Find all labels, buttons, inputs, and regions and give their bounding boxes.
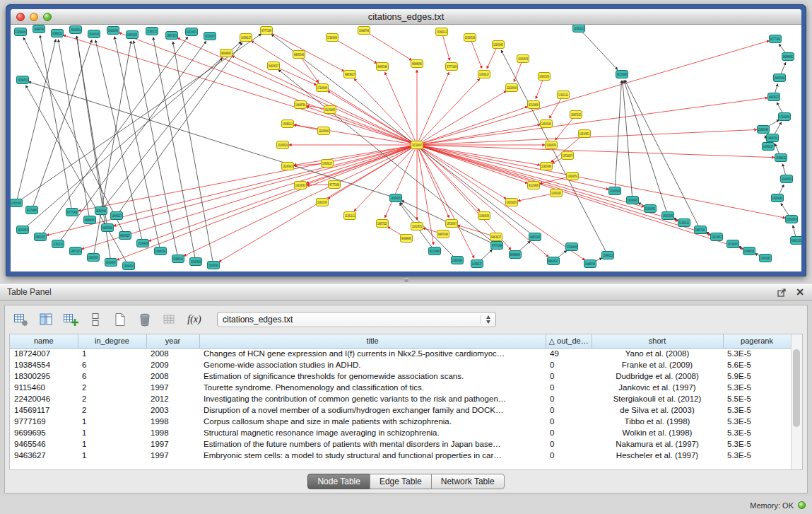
graph-node[interactable]: 18724007 bbox=[411, 141, 423, 149]
minimize-window-button[interactable] bbox=[30, 13, 38, 21]
table-row[interactable]: 2242004622012Investigating the contribut… bbox=[10, 393, 791, 404]
table-cell[interactable]: Investigating the contribution of common… bbox=[199, 393, 546, 404]
graph-node[interactable]: 9699695 bbox=[411, 60, 423, 68]
graph-node[interactable]: 14569117 bbox=[478, 71, 490, 78]
table-cell[interactable]: 0 bbox=[546, 416, 592, 427]
table-cell[interactable]: 1997 bbox=[146, 438, 199, 450]
graph-node[interactable]: 20160529 bbox=[464, 34, 476, 42]
graph-node[interactable]: 12610651 bbox=[88, 254, 100, 262]
table-row[interactable]: 1830029562008Estimation of significance … bbox=[10, 370, 791, 382]
table-row[interactable]: 1456911722003Disruption of a novel membe… bbox=[10, 404, 791, 416]
table-cell[interactable]: 5.3E-5 bbox=[723, 438, 791, 450]
close-panel-icon[interactable]: ✕ bbox=[795, 287, 805, 297]
graph-node[interactable]: 12610651 bbox=[579, 130, 591, 138]
delete-icon[interactable] bbox=[136, 310, 154, 329]
graph-node[interactable]: 9463627 bbox=[344, 71, 356, 78]
table-cell[interactable]: 0 bbox=[546, 370, 592, 382]
graph-node[interactable]: 19384554 bbox=[123, 262, 135, 270]
graph-node[interactable]: 19154563 bbox=[517, 55, 529, 63]
table-cell[interactable]: 2 bbox=[78, 393, 146, 404]
table-cell[interactable]: Tibbo et al. (1998) bbox=[592, 416, 723, 427]
table-cell[interactable]: 5.3E-5 bbox=[723, 348, 791, 359]
tab-network-table[interactable]: Network Table bbox=[431, 474, 505, 489]
table-cell[interactable]: 18300295 bbox=[10, 370, 78, 382]
graph-node[interactable]: 18193043 bbox=[282, 163, 294, 170]
table-row[interactable]: 969969511998Structural magnetic resonanc… bbox=[10, 427, 791, 438]
table-cell[interactable]: Structural magnetic resonance image aver… bbox=[199, 427, 546, 438]
graph-node[interactable]: 17240409 bbox=[326, 34, 339, 42]
network-graph[interactable]: 1872400719384554183002959115460224200461… bbox=[11, 25, 801, 271]
new-document-icon[interactable] bbox=[111, 310, 129, 329]
column-header-year[interactable]: year bbox=[146, 334, 199, 348]
graph-node[interactable]: 17240409 bbox=[15, 28, 27, 36]
table-settings-icon[interactable] bbox=[12, 310, 30, 329]
edit-table-icon[interactable] bbox=[61, 310, 80, 329]
graph-node[interactable]: 9115460 bbox=[528, 182, 540, 189]
table-cell[interactable]: 5.3E-5 bbox=[723, 382, 791, 393]
table-cell[interactable]: Changes of HCN gene expression and I(f) … bbox=[199, 348, 546, 359]
graph-node[interactable]: 20160529 bbox=[277, 141, 289, 149]
graph-node[interactable]: 9777169 bbox=[66, 209, 78, 216]
graph-node[interactable]: 18300295 bbox=[506, 199, 518, 206]
graph-node[interactable]: 18724007 bbox=[562, 152, 574, 160]
graph-node[interactable]: 14569117 bbox=[763, 143, 775, 151]
graph-node[interactable]: 19384554 bbox=[567, 173, 579, 180]
graph-node[interactable]: 19384554 bbox=[546, 141, 558, 149]
network-window-titlebar[interactable]: citations_edges.txt bbox=[11, 9, 801, 25]
table-cell[interactable]: 5.5E-5 bbox=[723, 393, 791, 404]
graph-node[interactable]: 9115460 bbox=[429, 247, 441, 255]
table-select-dropdown[interactable]: citations_edges.txt bbox=[217, 312, 496, 327]
float-panel-icon[interactable] bbox=[777, 287, 787, 297]
table-cell[interactable]: Corpus callosum shape and size in male p… bbox=[199, 416, 546, 427]
graph-node[interactable]: 20160529 bbox=[70, 26, 82, 34]
graph-node[interactable]: 20160529 bbox=[190, 258, 202, 266]
graph-node[interactable]: 15998112 bbox=[775, 154, 787, 162]
table-cell[interactable]: 9463627 bbox=[10, 450, 78, 461]
graph-node[interactable]: 9115460 bbox=[26, 206, 38, 214]
graph-node[interactable]: 9465546 bbox=[102, 224, 114, 232]
scrollbar-thumb[interactable] bbox=[793, 349, 800, 427]
graph-node[interactable]: 14569117 bbox=[322, 160, 334, 168]
column-header-out_de[interactable]: △ out_de… bbox=[546, 334, 592, 348]
graph-node[interactable]: 9115460 bbox=[324, 106, 336, 114]
graph-node[interactable]: 17240409 bbox=[779, 113, 791, 121]
graph-node[interactable]: 15998112 bbox=[52, 30, 64, 37]
table-cell[interactable]: 5.6E-5 bbox=[723, 359, 791, 370]
graph-node[interactable]: 20160529 bbox=[609, 187, 621, 195]
table-cell[interactable]: 0 bbox=[546, 438, 592, 450]
table-cell[interactable]: 2003 bbox=[146, 404, 199, 416]
graph-node[interactable]: 22420046 bbox=[541, 163, 553, 170]
table-cell[interactable]: 1 bbox=[78, 438, 146, 450]
column-header-title[interactable]: title bbox=[199, 334, 546, 348]
table-cell[interactable]: 0 bbox=[546, 359, 592, 370]
table-cell[interactable]: 5.3E-5 bbox=[723, 450, 791, 461]
table-cell[interactable]: Estimation of significance thresholds fo… bbox=[199, 370, 546, 382]
graph-node[interactable]: 22420046 bbox=[318, 127, 330, 135]
graph-node[interactable]: 9699695 bbox=[510, 251, 522, 259]
graph-node[interactable]: 9699695 bbox=[782, 53, 794, 61]
network-view-window[interactable]: citations_edges.txt 18724007193845541830… bbox=[6, 4, 806, 276]
split-pane-divider[interactable] bbox=[0, 276, 812, 283]
graph-node[interactable]: 18957215 bbox=[377, 220, 389, 228]
graph-node[interactable]: 12610651 bbox=[411, 223, 423, 230]
vertical-scrollbar[interactable] bbox=[791, 334, 802, 469]
graph-node[interactable]: 18724007 bbox=[204, 33, 216, 40]
graph-node[interactable]: 19384554 bbox=[17, 76, 29, 84]
table-cell[interactable]: 18724007 bbox=[10, 348, 78, 359]
graph-canvas[interactable]: 1872400719384554183002959115460224200461… bbox=[11, 25, 801, 271]
graph-node[interactable]: 18300295 bbox=[11, 199, 23, 207]
graph-node[interactable]: 22420046 bbox=[758, 126, 770, 134]
graph-node[interactable]: 11381111 bbox=[52, 240, 64, 248]
table-row[interactable]: 977716911998Corpus callosum shape and si… bbox=[10, 416, 791, 427]
graph-node[interactable]: 14569117 bbox=[240, 34, 252, 42]
table-cell[interactable]: Franke et al. (2009) bbox=[592, 359, 723, 370]
graph-node[interactable]: 19154563 bbox=[645, 205, 657, 213]
graph-node[interactable]: 18193043 bbox=[493, 41, 505, 49]
table-cell[interactable]: 22420046 bbox=[10, 393, 78, 404]
graph-node[interactable]: 18957215 bbox=[570, 111, 582, 119]
columns-icon[interactable] bbox=[37, 310, 55, 329]
table-cell[interactable]: Estimation of the future numbers of pati… bbox=[199, 438, 546, 450]
graph-node[interactable]: 9699695 bbox=[220, 49, 233, 57]
table-cell[interactable]: 2008 bbox=[146, 370, 199, 382]
graph-node[interactable]: 19448794 bbox=[295, 101, 307, 109]
